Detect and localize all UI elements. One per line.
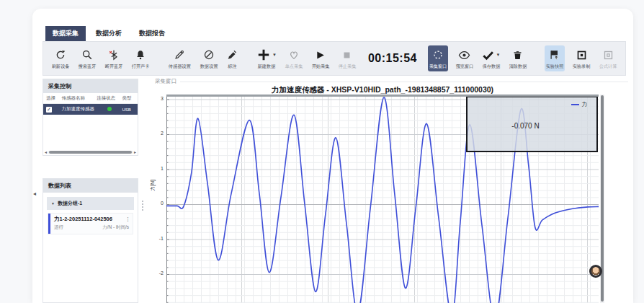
legend-swatch — [571, 104, 579, 105]
data-item-status: 运行 — [54, 224, 63, 231]
sensor-name: 力加速度传感器 — [61, 106, 97, 113]
chart-legend: 力 — [571, 101, 588, 108]
marker-button[interactable]: 标注 — [225, 45, 239, 71]
tab-data-collection[interactable]: 数据采集 — [45, 26, 86, 41]
avatar — [591, 267, 600, 276]
collect-control-panel: 采集控制 选择 传感器名称 连接状态 类型 ✓ 力加速度传感器 USB ◂ — [43, 79, 138, 156]
sensor-settings-icon — [174, 48, 185, 62]
bluetooth-disconnect-icon — [108, 48, 120, 62]
sensor-table-header: 选择 传感器名称 连接状态 类型 — [43, 93, 138, 104]
sensor-type: USB — [122, 107, 135, 112]
chevron-down-icon: ▼ — [51, 201, 55, 206]
experiment-record-button[interactable]: 实验录制 — [571, 45, 591, 71]
single-point-collect-button[interactable]: 单点采集 — [284, 45, 304, 71]
stop-collect-button[interactable]: 停止采集 — [337, 45, 357, 71]
snapshot-flag-icon — [549, 48, 560, 62]
formula-icon — [603, 48, 614, 62]
hscroll-thumb[interactable] — [49, 151, 132, 154]
start-collect-button[interactable]: 开始采集 — [310, 45, 331, 71]
y-tick-label: 0 — [149, 201, 164, 206]
tab-data-report[interactable]: 数据报告 — [132, 26, 172, 41]
left-sidebar: 采集控制 选择 传感器名称 连接状态 类型 ✓ 力加速度传感器 USB ◂ — [43, 79, 138, 303]
eye-icon — [458, 48, 470, 62]
y-axis-label: 力[N] — [149, 180, 156, 191]
new-data-button[interactable]: ▼ 新建数据 — [256, 45, 277, 71]
chart-title: 力加速度传感器 - XHSP-V10HID_path_-1981348857_1… — [166, 85, 599, 95]
sensor-settings-button[interactable]: 传感器设置 — [167, 45, 192, 71]
item-menu-icon[interactable]: ⋮ — [125, 216, 130, 222]
main-tabs: 数据采集 数据分析 数据报告 — [45, 26, 172, 41]
chart-panel: 采集窗口 力加速度传感器 - XHSP-V10HID_path_-1981348… — [148, 76, 632, 303]
chevron-down-icon[interactable]: ▼ — [496, 53, 500, 57]
data-list-item[interactable]: 力1-2-20251112-042506 ⋮ 运行 力/N - 时间/s — [48, 214, 133, 234]
sensor-table-hscrollbar[interactable]: ◂ ▸ — [43, 149, 138, 155]
experiment-snapshot-button[interactable]: 实验快照 — [545, 45, 565, 71]
trash-icon — [512, 48, 523, 62]
collect-control-title: 采集控制 — [43, 79, 138, 93]
annotation-value: -0.070 N — [468, 122, 583, 130]
scroll-right-icon[interactable]: ▸ — [134, 149, 136, 155]
data-settings-button[interactable]: 数据设置 — [199, 45, 219, 71]
scroll-left-icon[interactable]: ◂ — [45, 149, 47, 155]
refresh-icon — [55, 48, 66, 62]
sensor-checkbox[interactable]: ✓ — [46, 107, 52, 113]
open-soundcard-button[interactable]: 打开声卡 — [130, 45, 151, 71]
record-icon — [576, 48, 587, 62]
tab-data-analysis[interactable]: 数据分析 — [89, 26, 129, 41]
sidebar-collapse-arrow[interactable]: ◂ — [33, 190, 36, 197]
app-window: ◂ 数据采集 数据分析 数据报告 刷新设备 搜索蓝牙 断开蓝牙 打开声卡 — [32, 9, 633, 303]
data-list-panel: 数据列表 ▼ 数据分组-1 力1-2-20251112-042506 ⋮ 运行 … — [43, 178, 138, 303]
legend-label: 力 — [582, 101, 588, 108]
plot-top-scrollbar[interactable] — [166, 95, 599, 97]
check-icon — [482, 49, 494, 61]
plus-icon — [256, 48, 271, 62]
preview-window-button[interactable]: 预览窗口 — [455, 45, 475, 71]
y-tick-label: -1 — [149, 236, 164, 241]
chart-panel-label: 采集窗口 — [155, 78, 176, 85]
sensor-table: 选择 传感器名称 连接状态 类型 ✓ 力加速度传感器 USB ◂ ▸ — [43, 93, 138, 155]
collection-timer: 00:15:54 — [368, 52, 417, 65]
bell-icon — [135, 48, 146, 62]
data-item-axes: 力/N - 时间/s — [102, 224, 129, 231]
floating-avatar-button[interactable] — [589, 265, 602, 278]
y-tick-label: 1 — [149, 166, 164, 171]
refresh-device-button[interactable]: 刷新设备 — [50, 45, 71, 71]
y-tick-label: -2 — [149, 271, 164, 276]
dashed-circle-icon — [432, 48, 444, 62]
search-bluetooth-button[interactable]: 搜索蓝牙 — [77, 45, 97, 71]
plot-area[interactable]: -0.070 N 力 — [166, 95, 599, 303]
search-icon — [81, 48, 93, 62]
data-list-title: 数据列表 — [43, 179, 138, 193]
y-tick-label: 2 — [149, 131, 164, 136]
data-settings-icon — [203, 48, 215, 62]
data-group-header[interactable]: ▼ 数据分组-1 — [47, 197, 134, 210]
collect-window-button[interactable]: 采集窗口 — [428, 45, 448, 71]
chevron-down-icon[interactable]: ▼ — [272, 53, 277, 57]
clear-data-button[interactable]: 清除数据 — [508, 45, 528, 71]
single-point-icon — [288, 48, 300, 62]
sensor-row[interactable]: ✓ 力加速度传感器 USB — [43, 104, 138, 115]
panel-splitter-handle[interactable] — [140, 201, 145, 211]
disconnect-bluetooth-button[interactable]: 断开蓝牙 — [104, 45, 124, 71]
marker-icon — [226, 48, 238, 62]
save-data-button[interactable]: ▼ 保存数据 — [481, 45, 501, 71]
y-tick-label: 3 — [149, 96, 164, 101]
formula-calc-button[interactable]: 公式计算 — [598, 45, 618, 71]
stop-icon — [342, 48, 352, 62]
data-item-name: 力1-2-20251112-042506 — [54, 216, 129, 223]
toolbar: 刷新设备 搜索蓝牙 断开蓝牙 打开声卡 传感器设置 数据设置 — [43, 41, 626, 76]
connection-status-dot — [107, 107, 112, 111]
play-icon — [315, 48, 326, 62]
